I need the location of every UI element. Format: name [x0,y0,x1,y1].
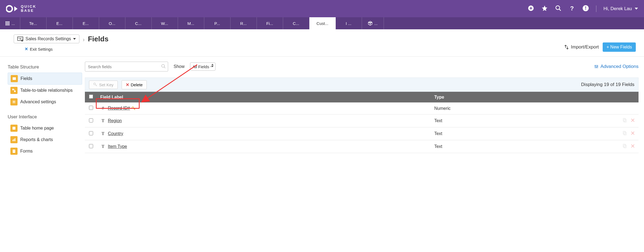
copy-icon[interactable] [622,144,627,150]
advanced-options-link[interactable]: Advanced Options [594,64,639,69]
home-icon [10,125,18,132]
nav-item-2[interactable]: E... [47,17,73,29]
new-icon[interactable] [528,5,534,12]
svg-rect-11 [7,23,8,24]
table-row: TItem TypeText [85,140,639,153]
field-type: Text [431,140,611,153]
search-input[interactable] [85,62,168,71]
svg-rect-21 [13,77,16,80]
svg-point-20 [22,40,22,41]
star-icon[interactable] [541,5,548,12]
field-label-link[interactable]: Item Type [108,144,127,149]
sidebar-item-forms[interactable]: Forms [8,145,82,157]
sidebar-item-label: Table-to-table relationships [20,88,73,93]
main: Table Structure Fields Table-to-table re… [0,57,644,162]
col-field-label[interactable]: Field Label [97,92,431,102]
field-label-link[interactable]: Region [108,118,122,123]
show-select[interactable]: All Fields [190,62,215,71]
divider [596,5,596,12]
new-fields-button[interactable]: + New Fields [603,42,636,52]
field-label-link[interactable]: Country [108,131,123,136]
select-all-header [85,92,97,102]
relationships-icon [10,87,18,94]
subheader: $ Sales Records Settings › Fields ✕ Exit… [0,29,644,57]
svg-rect-44 [624,145,626,148]
nav-item-7[interactable]: M... [178,17,204,29]
import-export-button[interactable]: Import/Export [564,44,599,50]
delete-button[interactable]: ✕ Delete [122,80,147,89]
delete-row-icon[interactable] [630,131,635,137]
delete-row-icon[interactable] [630,144,635,150]
nav-item-10[interactable]: Fi... [257,17,283,29]
svg-rect-27 [14,139,15,141]
alert-icon[interactable]: ! [582,5,589,12]
table-row: TRegionText [85,114,639,127]
nav-item-active[interactable]: Cust... [309,17,336,29]
copy-icon[interactable] [622,118,627,124]
svg-point-0 [6,6,12,12]
gear-icon [10,98,18,105]
svg-rect-25 [13,127,16,130]
select-all-checkbox[interactable] [89,94,93,99]
sidebar-item-home[interactable]: Table home page [8,122,82,134]
svg-rect-10 [5,23,7,24]
svg-line-3 [559,9,561,11]
svg-text:?: ? [570,5,574,12]
user-greeting: Hi, Derek Lau [603,6,632,12]
search-fields-wrap [85,62,168,71]
row-checkbox[interactable] [89,144,93,148]
set-key-button[interactable]: Set Key [89,81,118,89]
key-icon [93,82,97,87]
table-settings-icon: $ [17,36,23,41]
row-checkbox[interactable] [89,106,93,110]
search-icon[interactable] [555,5,562,12]
nav-item-9[interactable]: R... [231,17,257,29]
svg-rect-39 [623,118,625,121]
nav-item-6[interactable]: W... [152,17,178,29]
sidebar-item-relationships[interactable]: Table-to-table relationships [8,85,82,96]
sidebar-item-fields[interactable]: Fields [8,73,82,85]
nav-item-11[interactable]: C... [283,17,309,29]
field-type: Text [431,114,611,127]
action-bar: Set Key ✕ Delete Displaying 19 of 19 Fie… [85,78,639,92]
row-checkbox[interactable] [89,118,93,122]
field-type: Text [431,127,611,140]
brand-logo[interactable]: QUICKBASE [6,5,36,13]
user-menu[interactable]: Hi, Derek Lau [603,6,638,12]
svg-rect-26 [13,140,13,141]
nav-item-1[interactable]: Te... [20,17,47,29]
fields-table: Field Label Type #Record ID#NumericTRegi… [85,92,639,153]
nav-apps-icon[interactable]: ... [0,17,20,29]
field-type-icon: T [100,118,106,123]
delete-x-icon: ✕ [126,82,129,87]
exit-settings-link[interactable]: ✕ Exit Settings [25,47,108,51]
brand-mark-icon [6,5,18,13]
help-icon[interactable]: ? [569,5,575,12]
nav-item-14[interactable]: ... [362,17,384,29]
svg-rect-15 [8,24,10,25]
nav-item-8[interactable]: P... [204,17,231,29]
nav-item-13[interactable]: I ... [336,17,362,29]
fields-toolbar: Show All Fields Advanced Options [85,62,639,71]
sidebar-section-table-structure: Table Structure [8,64,82,70]
settings-label: Sales Records Settings [25,36,71,41]
col-type[interactable]: Type [431,92,611,102]
copy-icon[interactable] [622,131,627,137]
sidebar-section-ui: User Interface [8,114,82,120]
row-checkbox[interactable] [89,131,93,135]
show-label: Show [174,64,185,69]
nav-item-4[interactable]: O... [99,17,125,29]
nav-item-3[interactable]: E... [73,17,99,29]
close-icon: ✕ [25,47,28,51]
svg-rect-12 [8,23,10,24]
delete-row-icon[interactable] [630,118,635,124]
settings-dropdown[interactable]: $ Sales Records Settings [14,35,79,43]
sidebar-item-advanced[interactable]: Advanced settings [8,96,82,108]
sidebar-item-label: Advanced settings [20,99,56,104]
content: Show All Fields Advanced Options Set Key… [85,57,644,162]
sidebar: Table Structure Fields Table-to-table re… [0,57,85,162]
svg-point-2 [556,6,560,10]
field-label-link[interactable]: Record ID# [108,106,130,110]
nav-item-5[interactable]: C... [125,17,152,29]
sidebar-item-reports[interactable]: Reports & charts [8,134,82,145]
